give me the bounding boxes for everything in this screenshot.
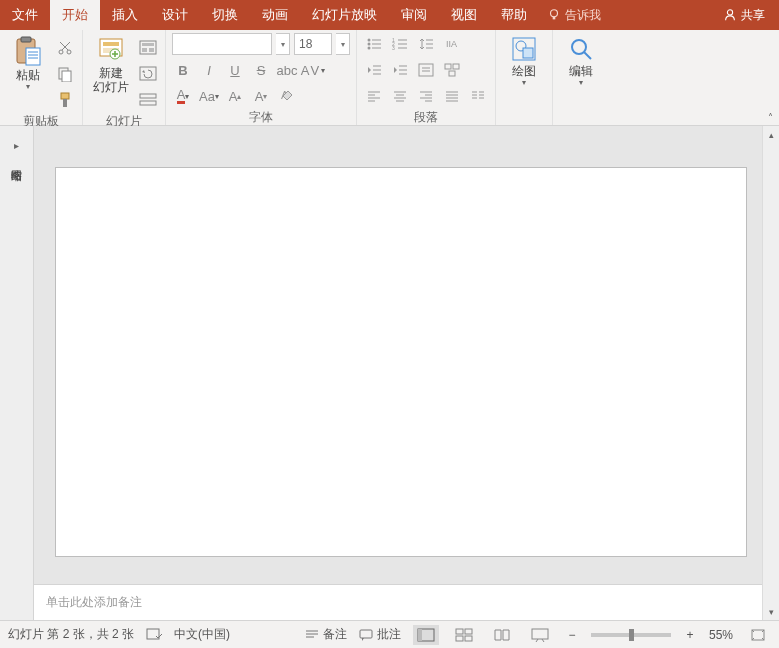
numbering-button[interactable]: 123	[389, 33, 411, 55]
new-slide-label-2: 幻灯片	[93, 80, 129, 94]
format-painter-button[interactable]	[54, 89, 76, 111]
zoom-in-button[interactable]: +	[683, 628, 697, 642]
zoom-slider[interactable]	[591, 633, 671, 637]
underline-button[interactable]: U	[224, 59, 246, 81]
slideshow-view-button[interactable]	[527, 625, 553, 645]
drawing-button[interactable]: 绘图 ▾	[502, 33, 546, 87]
zoom-out-button[interactable]: −	[565, 628, 579, 642]
notes-toggle-label: 备注	[323, 626, 347, 643]
ribbon-tabstrip: 文件 开始 插入 设计 切换 动画 幻灯片放映 审阅 视图 帮助 告诉我 共享	[0, 0, 779, 30]
expand-thumbnails-button[interactable]: ▸	[14, 140, 19, 151]
line-spacing-button[interactable]	[415, 33, 437, 55]
editing-button[interactable]: 编辑 ▾	[559, 33, 603, 87]
ribbon: 粘贴 ▾ 剪贴板 新建 幻灯片	[0, 30, 779, 126]
drawing-icon	[511, 36, 537, 62]
drawing-group-label	[502, 120, 546, 125]
text-direction-button[interactable]: IIA	[441, 33, 463, 55]
svg-point-35	[368, 47, 371, 50]
language-button[interactable]: 中文(中国)	[174, 626, 230, 643]
normal-view-button[interactable]	[413, 625, 439, 645]
slide-layout-button[interactable]	[137, 37, 159, 59]
status-bar: 幻灯片 第 2 张，共 2 张 中文(中国) 备注 批注 − + 55%	[0, 620, 779, 648]
tab-slideshow[interactable]: 幻灯片放映	[300, 0, 389, 30]
font-name-input[interactable]	[172, 33, 272, 55]
align-text-button[interactable]	[415, 59, 437, 81]
svg-point-0	[551, 10, 558, 17]
brush-icon	[57, 92, 73, 108]
justify-button[interactable]	[441, 85, 463, 107]
smartart-button[interactable]	[441, 59, 463, 81]
bold-button[interactable]: B	[172, 59, 194, 81]
columns-icon	[471, 90, 485, 102]
notes-toggle[interactable]: 备注	[305, 626, 347, 643]
decrease-indent-button[interactable]	[363, 59, 385, 81]
collapse-ribbon-button[interactable]: ˄	[768, 112, 773, 123]
shadow-button[interactable]: abc	[276, 59, 298, 81]
section-button[interactable]	[137, 89, 159, 111]
tab-design[interactable]: 设计	[150, 0, 200, 30]
zoom-percent[interactable]: 55%	[709, 628, 733, 642]
align-left-button[interactable]	[363, 85, 385, 107]
scroll-up-button[interactable]: ▴	[763, 126, 779, 143]
font-size-input[interactable]	[294, 33, 332, 55]
tab-view[interactable]: 视图	[439, 0, 489, 30]
tab-transition[interactable]: 切换	[200, 0, 250, 30]
new-slide-button[interactable]: 新建 幻灯片	[89, 33, 133, 94]
font-name-dropdown[interactable]: ▾	[276, 33, 290, 55]
reset-slide-button[interactable]	[137, 63, 159, 85]
lightbulb-icon	[547, 8, 561, 22]
change-case-button[interactable]: Aa▾	[198, 85, 220, 107]
paste-button[interactable]: 粘贴 ▾	[6, 33, 50, 91]
numbering-icon: 123	[392, 37, 408, 51]
group-clipboard: 粘贴 ▾ 剪贴板	[0, 30, 83, 125]
justify-icon	[445, 90, 459, 102]
italic-button[interactable]: I	[198, 59, 220, 81]
shrink-font-button[interactable]: A▾	[250, 85, 272, 107]
vertical-scrollbar[interactable]: ▴ ▾	[762, 126, 779, 620]
tab-home[interactable]: 开始	[50, 0, 100, 30]
clear-format-button[interactable]: A	[276, 85, 298, 107]
tab-animation[interactable]: 动画	[250, 0, 300, 30]
align-right-button[interactable]	[415, 85, 437, 107]
slide-canvas[interactable]	[56, 168, 746, 556]
svg-rect-4	[21, 37, 31, 42]
grow-font-button[interactable]: A▴	[224, 85, 246, 107]
sorter-view-button[interactable]	[451, 625, 477, 645]
svg-rect-5	[26, 48, 40, 65]
fit-window-button[interactable]	[745, 625, 771, 645]
reading-view-button[interactable]	[489, 625, 515, 645]
svg-rect-98	[532, 629, 548, 639]
svg-point-85	[572, 40, 586, 54]
scroll-down-button[interactable]: ▾	[763, 603, 779, 620]
tab-file[interactable]: 文件	[0, 0, 50, 30]
notes-placeholder: 单击此处添加备注	[46, 594, 142, 611]
tab-help[interactable]: 帮助	[489, 0, 539, 30]
tell-me[interactable]: 告诉我	[539, 0, 609, 30]
section-icon	[139, 92, 157, 108]
tab-review[interactable]: 审阅	[389, 0, 439, 30]
indent-icon	[392, 63, 408, 77]
char-spacing-button[interactable]: AV▾	[302, 59, 324, 81]
share-button[interactable]: 共享	[709, 0, 779, 30]
columns-button[interactable]	[467, 85, 489, 107]
spellcheck-button[interactable]	[146, 628, 162, 642]
workspace: ▸ 缩略图 ▴ ▾ 单击此处添加备注	[0, 126, 779, 620]
notes-pane[interactable]: 单击此处添加备注	[34, 584, 762, 620]
svg-line-12	[60, 42, 68, 50]
strikethrough-button[interactable]: S	[250, 59, 272, 81]
zoom-thumb[interactable]	[629, 629, 634, 641]
font-color-button[interactable]: A▾	[172, 85, 194, 107]
align-center-button[interactable]	[389, 85, 411, 107]
svg-rect-96	[456, 636, 463, 641]
tab-insert[interactable]: 插入	[100, 0, 150, 30]
svg-rect-29	[140, 101, 156, 105]
editing-group-label	[559, 120, 603, 125]
bullets-button[interactable]	[363, 33, 385, 55]
comments-toggle[interactable]: 批注	[359, 626, 401, 643]
copy-button[interactable]	[54, 63, 76, 85]
font-size-dropdown[interactable]: ▾	[336, 33, 350, 55]
layout-icon	[139, 40, 157, 56]
cut-button[interactable]	[54, 37, 76, 59]
slide-counter[interactable]: 幻灯片 第 2 张，共 2 张	[8, 626, 134, 643]
increase-indent-button[interactable]	[389, 59, 411, 81]
